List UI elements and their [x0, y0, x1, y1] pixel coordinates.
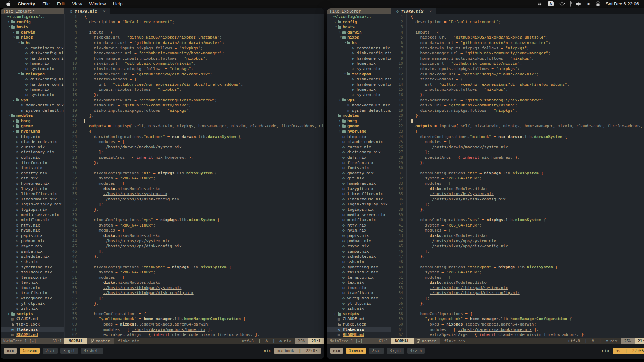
- tree-item[interactable]: ⊙system-default.nix: [327, 108, 391, 114]
- tree-item[interactable]: ›modules: [1, 113, 64, 119]
- tree-item[interactable]: ⊙system.nix: [327, 93, 391, 98]
- tree-item[interactable]: ⊙hardware-configuration.nix: [1, 82, 64, 88]
- mute-icon[interactable]: [576, 2, 581, 6]
- tree-item[interactable]: ⊙containers.nix: [1, 46, 64, 51]
- tmux-session-name[interactable]: nix: [4, 348, 17, 354]
- tmux-window-1:nvim[interactable]: 1:nvim: [346, 348, 366, 354]
- tree-item[interactable]: ⊙samba.nix: [327, 249, 391, 254]
- tree-item[interactable]: ⊙homebrew.nix: [1, 181, 64, 187]
- chevron-right-icon[interactable]: ›: [338, 129, 342, 134]
- tree-item[interactable]: ›vps: [327, 98, 391, 103]
- tmux-window-3:git[interactable]: 3:git: [60, 348, 78, 354]
- tree-item[interactable]: ⊙fonts.nix: [327, 165, 391, 171]
- tree-item[interactable]: ›hosts: [327, 25, 391, 30]
- tmux-window-3:git[interactable]: 3:git: [387, 348, 404, 354]
- tmux-session-name[interactable]: nix: [330, 348, 343, 354]
- tree-item[interactable]: ⊙termscp.nix: [327, 275, 391, 281]
- tree-item[interactable]: ⊙samba.nix: [1, 249, 64, 254]
- tree-item[interactable]: ⊙system.nix: [1, 93, 64, 98]
- tree-item[interactable]: ›nixos: [327, 35, 391, 40]
- battery-icon[interactable]: ⚡: [570, 1, 571, 6]
- tree-item[interactable]: ›scripts: [1, 312, 64, 317]
- tree-item[interactable]: ›nixos: [1, 35, 64, 40]
- tmux-window-1:nvim[interactable]: 1:nvim: [20, 348, 40, 354]
- tree-item[interactable]: ⊙miniflux.nix: [327, 218, 391, 223]
- tree-item[interactable]: ⊙home.nix: [1, 87, 64, 93]
- tree-item[interactable]: ⊙btop.nix: [327, 134, 391, 140]
- tree-item[interactable]: ⊙rsync.nix: [1, 244, 64, 249]
- tree-item[interactable]: ⊙tex.nix: [1, 280, 64, 286]
- tree-item[interactable]: ⊙cursor.nix: [327, 145, 391, 150]
- tree-item[interactable]: ›hosts: [1, 25, 64, 30]
- tree-item[interactable]: ⊙dufs.nix: [327, 155, 391, 160]
- nvimtree-panel[interactable]: ~/.config/nix/..›config›hosts›darwin›nix…: [1, 14, 65, 338]
- tree-item[interactable]: ⊙home.nix: [327, 87, 391, 93]
- tree-item[interactable]: ⊙system-default.nix: [1, 108, 64, 114]
- chevron-right-icon[interactable]: ›: [12, 124, 16, 129]
- tree-item[interactable]: ⊙git.nix: [1, 176, 64, 181]
- tree-item[interactable]: ⊙git.nix: [327, 176, 391, 181]
- chevron-right-icon[interactable]: ›: [12, 129, 16, 134]
- menu-bar-clock[interactable]: Sat Dec 6 22.06: [606, 1, 639, 6]
- chevron-right-icon[interactable]: ›: [334, 312, 338, 317]
- tree-item[interactable]: ⊙system.nix: [1, 66, 64, 72]
- tree-item[interactable]: ⊙home.nix: [1, 61, 64, 66]
- tree-item[interactable]: ›gnome: [1, 124, 64, 129]
- tree-item[interactable]: ⊙media-server.nix: [1, 213, 64, 218]
- tree-item[interactable]: ⊙fonts.nix: [1, 165, 64, 171]
- tab-close-icon[interactable]: ×: [429, 9, 432, 14]
- menu-item-view[interactable]: View: [68, 0, 86, 8]
- tree-item[interactable]: ⊙flake.nix: [327, 327, 391, 333]
- tree-item[interactable]: ⊙system.nix: [327, 66, 391, 72]
- tree-item[interactable]: ›hyprland: [1, 129, 64, 134]
- tree-item[interactable]: ⊙tailscale.nix: [1, 270, 64, 275]
- tree-item[interactable]: ⊙nvim.nix: [327, 228, 391, 233]
- tmux-window-2:ai[interactable]: 2:ai: [369, 348, 384, 354]
- tree-item[interactable]: ⊙tailscale.nix: [327, 270, 391, 275]
- tree-item[interactable]: ⊙wireguard.nix: [1, 296, 64, 301]
- tab-flake-nix[interactable]: ⊙ flake.nix ×: [391, 8, 436, 14]
- tree-item[interactable]: ⊙dufs.nix: [1, 155, 64, 160]
- chevron-right-icon[interactable]: ›: [8, 312, 11, 317]
- tree-item[interactable]: ⊙disk-config.nix: [1, 77, 64, 82]
- tree-item[interactable]: ⊙libreoffice.nix: [1, 192, 64, 197]
- tree-item[interactable]: ⊙tmux.nix: [1, 286, 64, 291]
- tree-item[interactable]: ▤CLAUDE.md: [1, 317, 64, 322]
- chevron-right-icon[interactable]: ›: [12, 30, 16, 35]
- tree-item[interactable]: ⊙ntfy.nix: [327, 223, 391, 228]
- tree-item[interactable]: ⊙podman.nix: [1, 239, 64, 244]
- tree-item[interactable]: ⊙dictionary.nix: [1, 150, 64, 155]
- tree-item[interactable]: flake.lock: [1, 322, 64, 327]
- tree-item[interactable]: ⊙media-server.nix: [327, 213, 391, 218]
- chevron-right-icon[interactable]: ›: [338, 124, 342, 129]
- tree-item[interactable]: ›modules: [327, 113, 391, 119]
- tree-item[interactable]: ⊙ntfy.nix: [1, 223, 64, 228]
- tree-item[interactable]: ⊙hardware-configuration.nix: [327, 82, 391, 88]
- tree-item[interactable]: ▤README.md: [327, 332, 391, 338]
- menu-item-edit[interactable]: Edit: [53, 0, 68, 8]
- tree-item[interactable]: ⊙rsync.nix: [327, 244, 391, 249]
- tmux-window-4:shell[interactable]: 4:shell: [81, 348, 103, 354]
- tree-item[interactable]: ⊙containers.nix: [327, 46, 391, 51]
- tree-item[interactable]: ⊙ghostty.nix: [1, 171, 64, 176]
- tree-item[interactable]: ⊙nvim.nix: [1, 228, 64, 233]
- tree-item[interactable]: ›hyprland: [327, 129, 391, 134]
- tree-item[interactable]: ⊙dictionary.nix: [327, 150, 391, 155]
- tree-item[interactable]: ⊙ssh.nix: [1, 259, 64, 265]
- tree-item[interactable]: ⊙ghostty.nix: [327, 171, 391, 176]
- tree-item[interactable]: ⊙cursor.nix: [1, 145, 64, 150]
- tree-item[interactable]: ⊙homebrew.nix: [327, 181, 391, 187]
- menu-item-ghostty[interactable]: Ghostty: [14, 0, 39, 8]
- tree-item[interactable]: ⊙papis.nix: [327, 233, 391, 239]
- tree-item[interactable]: ⊙disk-config.nix: [1, 51, 64, 56]
- tree-item[interactable]: ⊙hardware-configuration.nix: [327, 56, 391, 61]
- tree-item[interactable]: ⊙syncthing.nix: [327, 265, 391, 270]
- chevron-left-icon[interactable]: <: [587, 1, 590, 6]
- menu-item-help[interactable]: Help: [109, 0, 126, 8]
- tree-item[interactable]: ⊙podman.nix: [327, 239, 391, 244]
- tree-item[interactable]: ⊙schedule.nix: [1, 254, 64, 259]
- tree-item[interactable]: ⊙disk-config.nix: [327, 51, 391, 56]
- tmux-window-4:zsh[interactable]: 4:zsh: [407, 348, 425, 354]
- chevron-right-icon[interactable]: ›: [338, 30, 342, 35]
- chevron-right-icon[interactable]: ›: [338, 98, 342, 103]
